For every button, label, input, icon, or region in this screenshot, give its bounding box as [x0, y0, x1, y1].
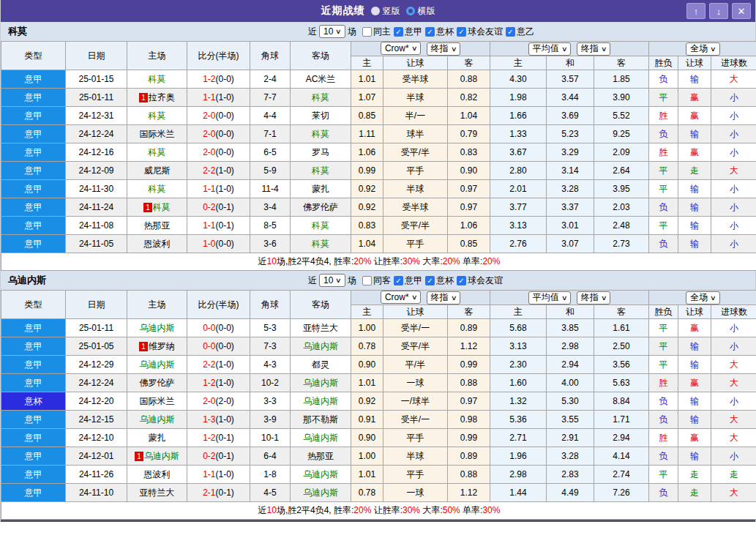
- league-checkbox[interactable]: ✓: [425, 276, 435, 285]
- team-section: 科莫 近 10 ∨ 场 同主✓意甲✓意杯✓球会友谊✓意乙 类型: [1, 22, 755, 271]
- away-odds-cell: 0.88: [448, 466, 490, 484]
- summary-segment: 大率:: [420, 505, 443, 515]
- team-label: 蒙扎: [149, 433, 166, 443]
- scope-select[interactable]: 全场∨: [686, 291, 720, 305]
- match-count-select[interactable]: 10 ∨: [319, 274, 345, 287]
- layout-radio-horizontal[interactable]: 横版: [406, 5, 435, 18]
- summary-text: 近10场,胜2平4负4, 胜率:20% 让胜率:30% 大率:50% 单率:30…: [1, 502, 756, 520]
- date-cell: 24-11-05: [66, 235, 127, 253]
- window-controls: ↑ ↓ ✕: [686, 3, 751, 19]
- match-row: 意甲24-11-26恩波利1-1(1-0)1-8乌迪内斯1.01平手0.882.…: [1, 466, 756, 484]
- league-cell: 意甲: [1, 411, 66, 429]
- match-count-value: 10: [323, 275, 333, 285]
- fulltime-score: 0-2: [203, 451, 215, 461]
- avg-draw-cell: 3.69: [547, 107, 594, 125]
- move-down-button[interactable]: ↓: [709, 3, 728, 19]
- away-odds-cell: 0.97: [448, 392, 490, 411]
- odds-stage-select[interactable]: 终指∨: [427, 291, 461, 305]
- avg-draw-cell: 3.29: [547, 143, 594, 162]
- result-cell: 胜: [649, 374, 678, 392]
- match-count-select[interactable]: 10 ∨: [319, 25, 345, 38]
- handicap-result-cell: 赢: [678, 319, 711, 337]
- handicap-result-cell: 赢: [678, 143, 711, 162]
- league-checkbox[interactable]: ✓: [425, 27, 435, 37]
- league-checkbox[interactable]: ✓: [394, 27, 403, 37]
- odds-stage-select[interactable]: 终指∨: [427, 42, 461, 56]
- league-checkbox[interactable]: ✓: [457, 27, 466, 37]
- sub-header-handicap-result: 让球: [678, 305, 711, 319]
- home-odds-cell: 1.01: [351, 466, 383, 484]
- league-checkbox[interactable]: ✓: [506, 27, 515, 37]
- away-team-cell: 蒙扎: [291, 180, 351, 198]
- result-cell: 负: [649, 235, 678, 253]
- handicap-result-cell: 输: [678, 411, 711, 429]
- team-label: 亚特兰大: [140, 487, 175, 498]
- avg-away-cell: 1.71: [594, 411, 649, 429]
- league-cell: 意甲: [1, 143, 66, 162]
- same-venue-checkbox[interactable]: [362, 27, 372, 37]
- avg-away-cell: 4.14: [594, 447, 649, 466]
- league-cell: 意甲: [1, 484, 66, 502]
- move-up-button[interactable]: ↑: [686, 3, 706, 19]
- col-header-away: 客场: [291, 42, 351, 70]
- summary-segment: 让胜率:: [371, 505, 403, 515]
- bookmaker-select[interactable]: Crow*∨: [381, 42, 421, 55]
- league-cell: 意甲: [1, 180, 66, 198]
- away-team-cell: AC米兰: [291, 70, 351, 89]
- summary-text: 近10场,胜2平4负4, 胜率:20% 让胜率:30% 大率:20% 单率:20…: [1, 253, 756, 271]
- league-checkbox[interactable]: ✓: [394, 276, 403, 285]
- league-filter-group: 同客✓意甲✓意杯✓球会友谊: [359, 274, 503, 287]
- match-row: 意甲24-11-05恩波利1-0(0-0)3-6科莫1.04平手0.852.76…: [1, 235, 756, 253]
- home-team-cell: 国际米兰: [127, 125, 187, 143]
- league-checkbox[interactable]: ✓: [457, 276, 466, 285]
- recent-label: 近: [308, 274, 317, 287]
- red-card-badge: 1: [139, 342, 148, 351]
- team-label: 都灵: [312, 359, 329, 370]
- match-row: 意甲24-12-10蒙扎1-2(0-1)10-1乌迪内斯0.90平手0.992.…: [1, 429, 756, 447]
- sub-header-result: 胜负: [649, 305, 678, 319]
- layout-radio-vertical[interactable]: 竖版: [371, 5, 400, 18]
- average-select[interactable]: 平均值∨: [528, 42, 572, 56]
- result-cell: 平: [649, 180, 678, 198]
- home-odds-cell: 0.92: [351, 392, 383, 411]
- scope-select[interactable]: 全场∨: [686, 42, 720, 56]
- date-cell: 25-01-11: [66, 319, 127, 337]
- average-stage-select[interactable]: 终指∨: [577, 291, 611, 305]
- avg-away-cell: 3.90: [594, 89, 649, 107]
- sub-header-goals: 进球数: [711, 305, 756, 319]
- away-odds-cell: 0.97: [448, 180, 490, 198]
- summary-segment: 近: [258, 505, 267, 515]
- average-select[interactable]: 平均值∨: [528, 291, 572, 305]
- avg-draw-cell: 3.01: [547, 217, 594, 235]
- avg-home-cell: 1.32: [490, 392, 547, 411]
- home-team-cell: 1维罗纳: [127, 337, 187, 356]
- league-cell: 意杯: [1, 392, 66, 411]
- home-team-cell: 科莫: [127, 107, 187, 125]
- away-team-cell: 科莫: [291, 235, 351, 253]
- match-count-value: 10: [323, 26, 333, 37]
- avg-away-cell: 8.84: [594, 392, 649, 411]
- sub-header-avg-away: 客: [594, 305, 649, 319]
- close-button[interactable]: ✕: [732, 3, 751, 19]
- handicap-result-cell: 走: [678, 162, 711, 180]
- result-cell: 负: [649, 125, 678, 143]
- average-stage-select[interactable]: 终指∨: [577, 42, 611, 56]
- col-header-away: 客场: [291, 291, 351, 319]
- match-row: 意甲24-12-31科莫2-0(0-0)4-4莱切0.85半/一1.041.66…: [1, 107, 756, 125]
- same-venue-filter: 同主: [362, 26, 391, 38]
- away-team-cell: 乌迪内斯: [291, 374, 351, 392]
- handicap-result-cell: 输: [678, 217, 711, 235]
- away-odds-cell: 0.79: [448, 125, 490, 143]
- radio-selected-icon: [371, 7, 380, 15]
- bookmaker-select[interactable]: Crow*∨: [381, 291, 421, 304]
- halftime-score: (0-0): [216, 239, 234, 249]
- league-cell: 意甲: [1, 217, 66, 235]
- filter-bar: 乌迪内斯 近 10 ∨ 场 同客✓意甲✓意杯✓球会友谊: [1, 271, 755, 290]
- average-stage-value: 终指: [581, 291, 599, 304]
- home-team-cell: 恩波利: [127, 466, 187, 484]
- home-team-cell: 科莫: [127, 70, 187, 89]
- avg-draw-cell: 2.98: [547, 337, 594, 356]
- col-header-type: 类型: [1, 291, 66, 319]
- team-label: 那不勒斯: [303, 414, 338, 425]
- same-venue-checkbox[interactable]: [362, 276, 372, 285]
